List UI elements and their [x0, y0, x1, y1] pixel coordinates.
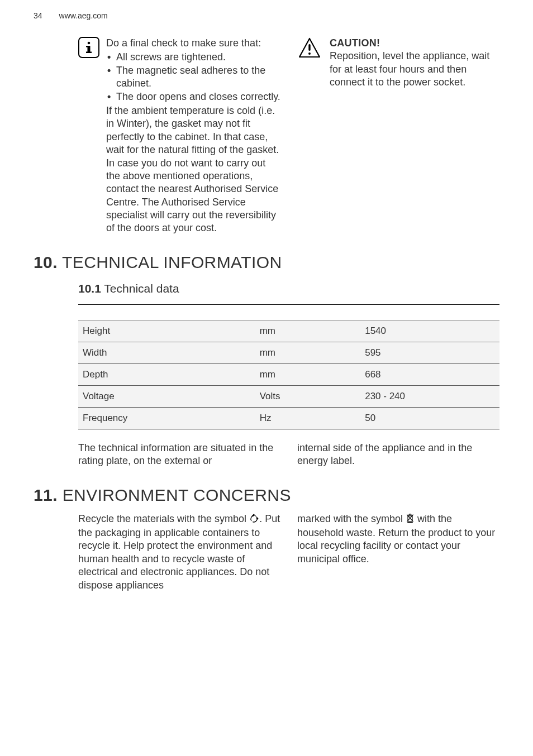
svg-point-0: [88, 42, 91, 45]
caution-body: Reposition, level the appliance, wait fo…: [330, 50, 499, 89]
table-cell: Volts: [255, 385, 361, 407]
svg-rect-3: [86, 52, 92, 54]
table-row: Widthmm595: [78, 342, 499, 363]
table-cell: Depth: [78, 363, 255, 385]
environment-col1: Recycle the materials with the symbol . …: [78, 513, 280, 592]
table-row: FrequencyHz50: [78, 407, 499, 429]
technical-data-table: Heightmm1540Widthmm595Depthmm668VoltageV…: [78, 304, 499, 429]
crossed-bin-icon: [406, 513, 415, 527]
info-bullet-list: All screws are tightened. The magnetic s…: [106, 51, 280, 103]
table-cell: Width: [78, 342, 255, 363]
svg-rect-2: [86, 46, 89, 47]
table-row: Heightmm1540: [78, 320, 499, 342]
table-row: VoltageVolts230 - 240: [78, 385, 499, 407]
info-bullet: All screws are tightened.: [116, 51, 280, 64]
svg-point-5: [308, 52, 311, 55]
table-cell: 1540: [360, 320, 499, 342]
svg-rect-4: [308, 44, 310, 51]
table-cell: 595: [360, 342, 499, 363]
info-block: Do a final check to make sure that: All …: [78, 37, 280, 235]
info-bullet: The magnetic seal adheres to the cabinet…: [116, 64, 280, 90]
table-cell: 230 - 240: [360, 385, 499, 407]
technical-note-col1: The technical information are situated i…: [78, 442, 280, 468]
info-bullet: The door opens and closes correctly.: [116, 90, 280, 103]
table-cell: 668: [360, 363, 499, 385]
environment-text: Recycle the materials with the symbol . …: [78, 513, 499, 592]
table-cell: Height: [78, 320, 255, 342]
page-header: 34 www.aeg.com: [0, 0, 533, 26]
caution-block: CAUTION! Reposition, level the appliance…: [297, 37, 499, 89]
section-10-1-title: 10.1 Technical data: [78, 282, 499, 295]
info-paragraph: If the ambient temperature is cold (i.e.…: [106, 104, 280, 157]
table-cell: 50: [360, 407, 499, 429]
caution-title: CAUTION!: [330, 37, 499, 50]
site-url: www.aeg.com: [59, 11, 108, 20]
section-10-title: 10. TECHNICAL INFORMATION: [34, 253, 499, 272]
table-cell: Voltage: [78, 385, 255, 407]
table-cell: Hz: [255, 407, 361, 429]
recycle-icon: [249, 513, 259, 527]
info-lead: Do a final check to make sure that:: [106, 37, 280, 50]
environment-col2: marked with the symbol with the househol…: [297, 513, 499, 592]
info-icon: [78, 37, 99, 58]
table-cell: mm: [255, 342, 361, 363]
table-row: Depthmm668: [78, 363, 499, 385]
technical-note: The technical information are situated i…: [78, 442, 499, 468]
caution-icon: [297, 37, 322, 59]
section-11-title: 11. ENVIRONMENT CONCERNS: [34, 486, 499, 505]
page-number: 34: [34, 11, 42, 20]
technical-note-col2: internal side of the appliance and in th…: [297, 442, 499, 468]
table-cell: Frequency: [78, 407, 255, 429]
info-paragraph: In case you do not want to carry out the…: [106, 157, 280, 235]
table-cell: mm: [255, 363, 361, 385]
table-cell: mm: [255, 320, 361, 342]
